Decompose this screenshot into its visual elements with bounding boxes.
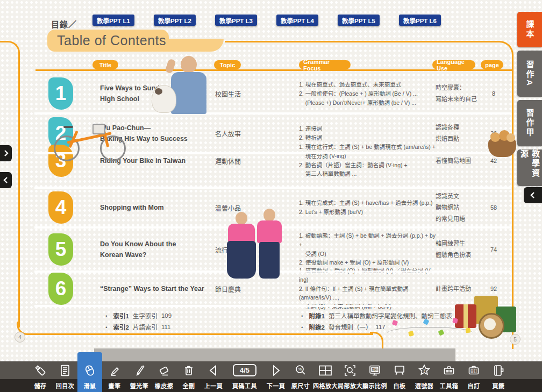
unit-number-badge: 6: [48, 273, 73, 305]
next-page-button[interactable]: 下一頁: [263, 361, 288, 392]
mouse-tool-button[interactable]: 滑鼠: [77, 352, 102, 392]
unit-number-badge: 1: [48, 77, 73, 110]
unit-grammar-focus: 1. 現在簡單式、過去簡單式、未來簡單式 2. 一般祈使句：(Please + …: [299, 80, 438, 107]
appendix-label: 附錄2: [309, 323, 325, 331]
table-of-contents-icon: [58, 364, 72, 377]
side-tab-teaching-resources[interactable]: 教學資源: [517, 149, 542, 186]
unit-topic: 運動休閒: [215, 156, 269, 166]
row-separator: [34, 226, 511, 229]
four-grid-zoom-button[interactable]: 四格放大: [313, 361, 338, 392]
toolbox-button[interactable]: 工具箱: [437, 361, 461, 392]
toolbar-popup-panel: [94, 348, 455, 362]
column-header-grammar: Grammar Focus: [299, 60, 351, 69]
table-row: 6 “Strange” Ways to Start the Year 節日慶典 …: [0, 272, 542, 305]
side-tab-workbook-a[interactable]: 習作A: [517, 51, 542, 97]
number-picker-button[interactable]: 7 選號器: [412, 361, 437, 392]
zoom-percent-icon: %: [294, 364, 308, 377]
index-page: 109: [161, 312, 172, 319]
whiteboard-button[interactable]: 白板: [387, 361, 412, 392]
column-header-title: Title: [92, 60, 118, 69]
unit-language-use: 看懂簡易地圖: [436, 155, 483, 167]
appendix-page: 112: [456, 312, 466, 319]
unit-topic: 節日慶典: [215, 284, 269, 294]
collapse-tabs-button[interactable]: [524, 187, 542, 203]
unit-number-badge: 5: [48, 233, 73, 266]
page-corner-number-left: 4: [15, 332, 25, 343]
unit-language-use: 韓國練習生 體驗角色扮演: [436, 238, 483, 261]
four-pane-grid-icon: [318, 364, 333, 377]
page-tabs-button[interactable]: 頁籤: [486, 361, 511, 392]
bullet: ・: [103, 323, 110, 331]
unit-topic: 溫馨小品: [215, 203, 269, 212]
monitor-fixed-icon: 固定: [368, 364, 382, 377]
delete-all-button[interactable]: 全刪: [176, 361, 201, 392]
unit-page-number: 42: [483, 158, 504, 164]
ppt-button-l5[interactable]: 教學PPT L5: [338, 15, 380, 26]
magnifier-brackets-icon: [343, 364, 357, 377]
ppt-button-l6[interactable]: 教學PPT L6: [399, 15, 441, 26]
ppt-button-l3[interactable]: 教學PPT L3: [215, 15, 257, 26]
bullet: ・: [299, 323, 305, 331]
fixed-badge: 固定: [372, 367, 379, 372]
mouse-icon: [83, 364, 97, 377]
unit-title: Shopping with Mom: [100, 202, 210, 213]
unit-grammar-focus: 1. 現在進行式：主詞 (S) + be 動詞現在式 (am/are/is) +…: [299, 142, 438, 179]
unit-page-number: 92: [483, 286, 504, 292]
appendix-item: ・ 附錄1 第三人稱單數動詞字尾變化規則、動詞三態表 112: [299, 310, 466, 321]
unit-language-use: 時空膠囊： 寫給未來的自己: [436, 82, 483, 105]
page-indicator[interactable]: 4/5: [233, 364, 256, 376]
whiteboard-icon: [393, 364, 406, 377]
bullet: ・: [299, 311, 305, 320]
unit-page-number: 74: [483, 246, 504, 253]
index-page: 111: [161, 324, 170, 330]
index-item: ・ 索引1 生字索引 109: [103, 310, 172, 321]
bottom-toolbar: 儲存 回目次 滑鼠 畫筆 螢光筆 橡皮擦 全刪 上一頁: [0, 361, 542, 392]
save-button[interactable]: 儲存: [28, 361, 53, 392]
index-list: ・ 索引1 生字索引 109 ・ 索引2 片語索引 111: [103, 310, 172, 332]
index-item: ・ 索引2 片語索引 111: [103, 321, 172, 332]
page-indicator-tool[interactable]: 4/5 頁碼工具: [226, 361, 263, 392]
page-frame-bottom-curl: [370, 332, 383, 350]
column-header-language-use: Language Use: [432, 60, 475, 69]
pen-tool-button[interactable]: 畫筆: [102, 361, 127, 392]
unit-title: “Strange” Ways to Start the Year: [100, 283, 210, 294]
side-tab-textbook[interactable]: 課本: [517, 12, 542, 47]
eraser-tool-button[interactable]: 橡皮擦: [152, 361, 176, 392]
svg-text:%: %: [298, 367, 302, 372]
chevron-right-icon: [2, 149, 10, 157]
back-to-toc-button[interactable]: 回目次: [53, 361, 77, 392]
table-row: 5 Do You Know About the Korean Wave? 流行文…: [0, 228, 542, 271]
row-separator: [34, 112, 511, 115]
ebook-viewer: 目錄／ Table of Contents 教學PPT L1 教學PPT L2 …: [0, 0, 542, 392]
page-title: Table of Contents: [47, 30, 169, 52]
column-header-page: page: [481, 60, 503, 69]
appendix-label: 附錄1: [309, 311, 325, 320]
unit-title: Do You Know About the Korean Wave?: [100, 239, 210, 260]
expand-left-panel-button[interactable]: [0, 145, 12, 161]
table-row: 4 Shopping with Mom 溫馨小品 1. 現在完成式：主詞 (S)…: [0, 188, 542, 227]
side-tab-workbook-jia[interactable]: 習作甲: [517, 100, 542, 146]
index-label: 索引1: [113, 311, 129, 320]
unit-number-badge: 4: [48, 191, 73, 224]
custom-briefcase-icon: 自訂: [467, 364, 481, 377]
display-ratio-button[interactable]: 固定 顯示比例: [362, 361, 387, 392]
collapse-left-panel-button[interactable]: [0, 172, 12, 188]
custom-badge: 自訂: [470, 368, 478, 373]
usb-drive-icon: [33, 364, 47, 377]
triangle-left-icon: [206, 364, 220, 377]
original-size-button[interactable]: % 原尺寸: [288, 361, 313, 392]
unit-number-badge: 3: [48, 145, 73, 177]
ppt-button-l4[interactable]: 教學PPT L4: [276, 15, 318, 26]
ppt-button-l1[interactable]: 教學PPT L1: [92, 15, 134, 26]
highlighter-tool-button[interactable]: 螢光筆: [127, 361, 152, 392]
triangle-right-icon: [269, 364, 283, 377]
table-row: 1 Five Ways to Survive High School 校園生活 …: [0, 73, 542, 114]
partial-zoom-button[interactable]: 局部放大: [338, 361, 362, 392]
prev-page-button[interactable]: 上一頁: [201, 361, 226, 392]
trash-icon: [182, 364, 196, 377]
custom-toolbox-button[interactable]: 自訂 自訂: [461, 361, 486, 392]
ppt-button-l2[interactable]: 教學PPT L2: [154, 15, 196, 26]
table-row: 3 Riding Your Bike in Taiwan 運動休閒 1. 現在進…: [0, 134, 542, 187]
index-text: 片語索引: [133, 323, 158, 331]
unit-title: Five Ways to Survive High School: [100, 83, 210, 104]
